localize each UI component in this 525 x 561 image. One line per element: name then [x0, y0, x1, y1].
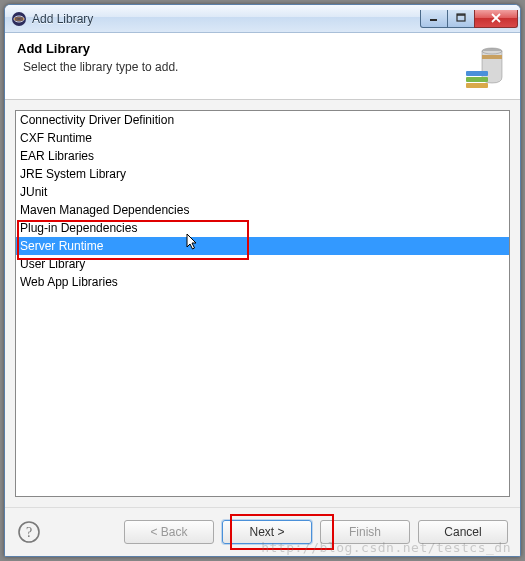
- library-type-list[interactable]: Connectivity Driver Definition CXF Runti…: [15, 110, 510, 497]
- svg-rect-10: [482, 55, 502, 59]
- titlebar[interactable]: Add Library: [5, 5, 520, 33]
- svg-text:?: ?: [26, 525, 32, 540]
- finish-button[interactable]: Finish: [320, 520, 410, 544]
- button-bar: ? < Back Next > Finish Cancel: [5, 507, 520, 556]
- close-button[interactable]: [474, 10, 518, 28]
- svg-rect-12: [466, 77, 488, 82]
- list-item[interactable]: EAR Libraries: [16, 147, 509, 165]
- page-description: Select the library type to add.: [17, 60, 460, 74]
- eclipse-icon: [11, 11, 27, 27]
- minimize-button[interactable]: [420, 10, 448, 28]
- help-icon[interactable]: ?: [17, 520, 41, 544]
- library-jar-icon: [460, 41, 508, 89]
- list-item[interactable]: Connectivity Driver Definition: [16, 111, 509, 129]
- content-area: Connectivity Driver Definition CXF Runti…: [5, 100, 520, 507]
- back-button[interactable]: < Back: [124, 520, 214, 544]
- svg-rect-13: [466, 83, 488, 88]
- list-item[interactable]: JUnit: [16, 183, 509, 201]
- next-button[interactable]: Next >: [222, 520, 312, 544]
- page-title: Add Library: [17, 41, 460, 56]
- header-text-block: Add Library Select the library type to a…: [17, 41, 460, 89]
- list-item[interactable]: CXF Runtime: [16, 129, 509, 147]
- list-item-selected[interactable]: Server Runtime: [16, 237, 509, 255]
- window-title: Add Library: [32, 12, 421, 26]
- list-item[interactable]: Web App Libraries: [16, 273, 509, 291]
- list-item[interactable]: JRE System Library: [16, 165, 509, 183]
- cancel-button[interactable]: Cancel: [418, 520, 508, 544]
- svg-rect-11: [466, 71, 488, 76]
- maximize-button[interactable]: [447, 10, 475, 28]
- dialog-header: Add Library Select the library type to a…: [5, 33, 520, 100]
- dialog-window: Add Library Add Library Select the libra…: [4, 4, 521, 557]
- list-item[interactable]: Plug-in Dependencies: [16, 219, 509, 237]
- list-item[interactable]: User Library: [16, 255, 509, 273]
- list-item[interactable]: Maven Managed Dependencies: [16, 201, 509, 219]
- window-controls: [421, 10, 518, 28]
